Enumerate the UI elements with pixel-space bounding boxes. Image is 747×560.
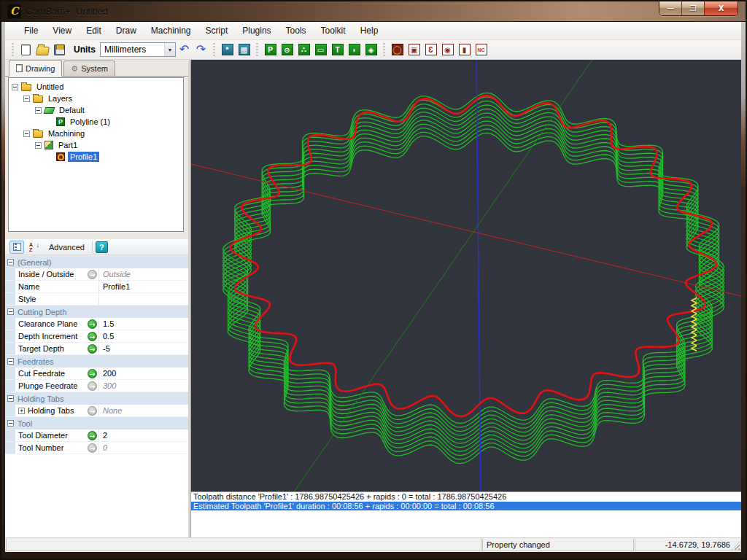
collapse-icon[interactable] — [35, 142, 42, 149]
collapse-icon[interactable] — [7, 358, 14, 365]
draw-polyline-button[interactable]: P — [263, 42, 278, 58]
toolbar-grip[interactable] — [382, 43, 386, 56]
help-button[interactable]: ? — [96, 241, 108, 253]
property-row-inside-outside[interactable]: Inside / Outside→Outside — [5, 268, 188, 281]
property-row-style[interactable]: Style — [5, 293, 188, 306]
point-snap-button[interactable]: * — [220, 42, 235, 58]
menu-view[interactable]: View — [45, 23, 79, 39]
property-value[interactable]: 200 — [99, 368, 188, 379]
collapse-icon[interactable] — [12, 84, 18, 90]
property-row-tool-number[interactable]: Tool Number→0 — [5, 442, 188, 454]
redo-button[interactable]: ↷ — [193, 42, 209, 58]
engrave-mop-button[interactable]: Ɛ — [423, 42, 438, 58]
tab-system[interactable]: ⚙System — [63, 61, 115, 76]
property-row-depth-increment[interactable]: Depth Increment→0.5 — [5, 330, 188, 343]
toolpath-canvas[interactable] — [191, 60, 741, 491]
collapse-icon[interactable] — [7, 395, 14, 402]
property-row-name[interactable]: NameProfile1 — [5, 281, 188, 293]
chevron-down-icon[interactable]: ▼ — [164, 43, 175, 56]
draw-arc-button[interactable]: ◗ — [347, 42, 362, 58]
green-arrow-icon[interactable]: → — [88, 319, 97, 329]
close-button[interactable]: X — [705, 1, 738, 15]
property-category[interactable]: (General) — [5, 256, 188, 268]
green-arrow-icon[interactable]: → — [88, 344, 97, 354]
collapse-icon[interactable] — [7, 308, 14, 315]
toolbar-grip[interactable] — [11, 43, 15, 56]
maximize-button[interactable]: ❐ — [682, 1, 705, 15]
draw-surface-button[interactable]: ◈ — [363, 42, 379, 58]
tab-drawing[interactable]: Drawing — [9, 60, 62, 77]
log-message[interactable]: Toolpath distance 'Profile1' : 1786.9875… — [191, 492, 741, 502]
collapse-icon[interactable] — [7, 420, 14, 427]
viewport-3d[interactable] — [191, 60, 741, 491]
collapse-icon[interactable] — [7, 259, 14, 265]
alphabetical-sort-button[interactable]: AZ↓ — [27, 241, 42, 254]
property-row-tool-diameter[interactable]: Tool Diameter→2 — [5, 429, 188, 442]
menu-file[interactable]: File — [17, 23, 45, 39]
property-row-plunge-feedrate[interactable]: Plunge Feedrate→300 — [5, 380, 188, 392]
profile-mop-button[interactable]: ◯ — [390, 42, 405, 58]
grid-toggle-button[interactable]: ▦ — [236, 42, 252, 58]
property-value[interactable]: 1.5 — [99, 318, 188, 330]
project-tree[interactable]: UntitledLayersDefaultPPolyline (1)Machin… — [8, 77, 184, 232]
property-value[interactable]: 0.5 — [99, 330, 188, 342]
collapse-icon[interactable] — [23, 96, 30, 102]
tree-item-default[interactable]: Default — [9, 104, 183, 116]
tree-item-profile1[interactable]: Profile1 — [9, 151, 183, 163]
green-arrow-icon[interactable]: → — [88, 431, 97, 440]
property-value[interactable]: Outside — [99, 268, 188, 280]
menu-toolkit[interactable]: Toolkit — [314, 23, 353, 39]
property-value[interactable]: 300 — [99, 380, 188, 392]
categorized-view-button[interactable] — [9, 241, 24, 254]
tree-item-polyline-1-[interactable]: PPolyline (1) — [9, 116, 183, 128]
gray-arrow-icon[interactable]: → — [88, 406, 97, 416]
menu-help[interactable]: Help — [353, 23, 386, 39]
resize-grip[interactable] — [732, 542, 740, 550]
units-dropdown[interactable]: Millimeters ▼ — [100, 42, 176, 57]
property-row-holding-tabs[interactable]: +Holding Tabs→None — [5, 405, 188, 417]
collapse-icon[interactable] — [35, 107, 42, 114]
draw-circle-button[interactable]: ⊙ — [279, 42, 295, 58]
gray-arrow-icon[interactable]: → — [88, 381, 97, 391]
menu-script[interactable]: Script — [198, 23, 236, 39]
message-log[interactable]: Toolpath distance 'Profile1' : 1786.9875… — [191, 491, 741, 537]
menu-draw[interactable]: Draw — [109, 23, 144, 39]
tree-item-part1[interactable]: Part1 — [9, 139, 183, 151]
menu-edit[interactable]: Edit — [79, 23, 109, 39]
property-value[interactable]: 2 — [99, 429, 188, 441]
property-row-target-depth[interactable]: Target Depth→-5 — [5, 343, 188, 355]
advanced-button[interactable]: Advanced — [44, 241, 89, 253]
tree-item-layers[interactable]: Layers — [9, 93, 183, 104]
save-file-button[interactable] — [52, 42, 67, 58]
toolbar-grip[interactable] — [212, 43, 216, 56]
gray-arrow-icon[interactable]: → — [88, 270, 97, 279]
gray-arrow-icon[interactable]: → — [88, 443, 97, 453]
green-arrow-icon[interactable]: → — [88, 332, 97, 341]
log-message[interactable]: Estimated Toolpath 'Profile1' duration :… — [191, 502, 741, 511]
property-row-clearance-plane[interactable]: Clearance Plane→1.5 — [5, 318, 188, 330]
property-value[interactable] — [99, 293, 188, 305]
toolbar-grip[interactable] — [255, 43, 259, 56]
property-category[interactable]: Feedrates — [5, 355, 188, 368]
property-category[interactable]: Tool — [5, 417, 188, 429]
draw-points-button[interactable]: ∴ — [296, 42, 311, 58]
property-category[interactable]: Holding Tabs — [5, 392, 188, 405]
green-arrow-icon[interactable]: → — [88, 369, 97, 378]
property-value[interactable]: -5 — [99, 343, 188, 354]
menu-machining[interactable]: Machining — [144, 23, 198, 39]
tree-item-machining[interactable]: Machining — [9, 128, 183, 139]
property-category[interactable]: Cutting Depth — [5, 306, 188, 318]
property-value[interactable]: Profile1 — [99, 281, 188, 292]
open-file-button[interactable] — [35, 42, 50, 58]
draw-rectangle-button[interactable]: ▭ — [313, 42, 328, 58]
drill-mop-button[interactable]: ◉ — [440, 42, 455, 58]
generate-gcode-button[interactable]: NC — [473, 42, 489, 58]
property-row-cut-feedrate[interactable]: Cut Feedrate→200 — [5, 368, 188, 380]
menu-plugins[interactable]: Plugins — [235, 23, 278, 39]
lathe-mop-button[interactable]: ▮ — [457, 42, 472, 58]
expand-icon[interactable]: + — [18, 408, 25, 414]
new-file-button[interactable] — [18, 42, 34, 58]
collapse-icon[interactable] — [23, 131, 30, 137]
draw-text-button[interactable]: T — [330, 42, 345, 58]
property-value[interactable]: None — [99, 405, 188, 416]
